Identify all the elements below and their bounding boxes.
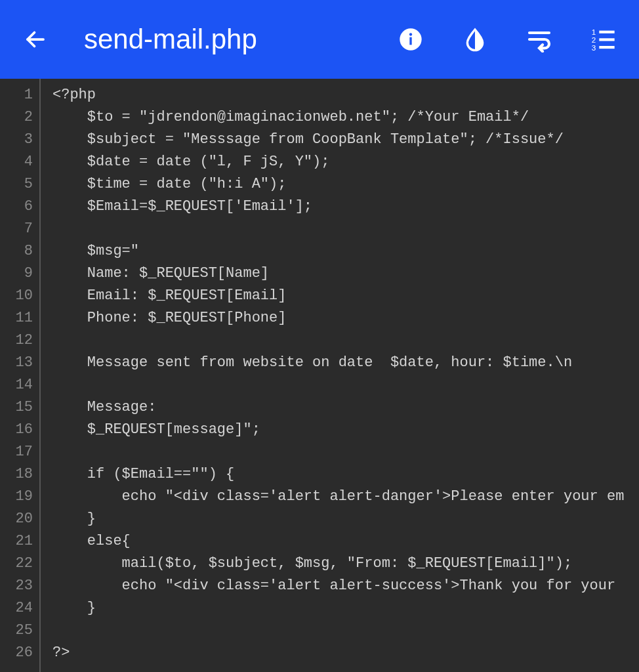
line-number: 6	[0, 196, 33, 218]
code-line[interactable]: $_REQUEST[message]";	[52, 419, 639, 441]
contrast-button[interactable]	[459, 24, 491, 55]
code-line[interactable]: echo "<div class='alert alert-danger'>Pl…	[52, 486, 639, 508]
line-number: 5	[0, 173, 33, 196]
numbered-list-icon: 1 2 3	[590, 26, 617, 52]
code-editor[interactable]: 1234567891011121314151617181920212223242…	[0, 79, 639, 672]
code-content[interactable]: <?php $to = "jdrendon@imaginacionweb.net…	[41, 79, 639, 672]
line-number: 10	[0, 285, 33, 307]
code-line[interactable]: $subject = "Messsage from CoopBank Templ…	[52, 129, 639, 151]
line-number: 15	[0, 396, 33, 419]
svg-point-3	[409, 33, 412, 35]
code-line[interactable]: ?>	[52, 642, 639, 664]
line-number: 13	[0, 352, 33, 374]
line-number: 8	[0, 240, 33, 262]
code-line[interactable]	[52, 218, 639, 240]
code-line[interactable]	[52, 329, 639, 352]
line-number: 26	[0, 642, 33, 664]
info-icon	[398, 26, 424, 52]
line-number: 1	[0, 84, 33, 106]
line-number: 14	[0, 374, 33, 396]
line-gutter: 1234567891011121314151617181920212223242…	[0, 79, 41, 672]
back-button[interactable]	[20, 24, 51, 55]
line-number: 23	[0, 575, 33, 597]
line-numbers-button[interactable]: 1 2 3	[588, 24, 619, 55]
line-number: 24	[0, 597, 33, 620]
line-number: 19	[0, 486, 33, 508]
svg-rect-9	[599, 38, 614, 41]
code-line[interactable]: if ($Email=="") {	[52, 463, 639, 486]
line-number: 11	[0, 307, 33, 329]
back-arrow-icon	[24, 28, 47, 51]
code-line[interactable]	[52, 374, 639, 396]
line-number: 7	[0, 218, 33, 240]
code-line[interactable]: else{	[52, 530, 639, 553]
info-button[interactable]	[395, 24, 426, 55]
svg-rect-2	[409, 37, 411, 45]
line-number: 3	[0, 129, 33, 151]
code-line[interactable]: }	[52, 508, 639, 530]
code-line[interactable]	[52, 441, 639, 463]
code-line[interactable]: $msg="	[52, 240, 639, 262]
code-line[interactable]: echo "<div class='alert alert-success'>T…	[52, 575, 639, 597]
wrap-button[interactable]	[524, 24, 555, 55]
line-number: 4	[0, 151, 33, 173]
code-line[interactable]: $Email=$_REQUEST['Email'];	[52, 196, 639, 218]
svg-rect-10	[599, 46, 614, 49]
line-number: 9	[0, 262, 33, 285]
contrast-icon	[462, 26, 488, 52]
code-line[interactable]: $to = "jdrendon@imaginacionweb.net"; /*Y…	[52, 106, 639, 129]
code-line[interactable]: Name: $_REQUEST[Name]	[52, 262, 639, 285]
code-line[interactable]: Email: $_REQUEST[Email]	[52, 285, 639, 307]
code-line[interactable]: $time = date ("h:i A");	[52, 173, 639, 196]
code-line[interactable]: Phone: $_REQUEST[Phone]	[52, 307, 639, 329]
code-line[interactable]: $date = date ("l, F jS, Y");	[52, 151, 639, 173]
toolbar: 1 2 3	[395, 24, 619, 55]
line-number: 20	[0, 508, 33, 530]
code-line[interactable]: mail($to, $subject, $msg, "From: $_REQUE…	[52, 553, 639, 575]
line-number: 2	[0, 106, 33, 129]
line-number: 21	[0, 530, 33, 553]
code-line[interactable]	[52, 620, 639, 642]
svg-rect-8	[599, 31, 614, 33]
line-number: 25	[0, 620, 33, 642]
svg-text:3: 3	[592, 43, 596, 52]
code-line[interactable]: <?php	[52, 84, 639, 106]
code-line[interactable]: Message:	[52, 396, 639, 419]
line-number: 17	[0, 441, 33, 463]
line-number: 18	[0, 463, 33, 486]
header: send-mail.php 1 2	[0, 0, 639, 79]
code-line[interactable]: }	[52, 597, 639, 620]
line-number: 16	[0, 419, 33, 441]
line-number: 22	[0, 553, 33, 575]
file-title: send-mail.php	[84, 24, 395, 55]
wrap-icon	[526, 26, 552, 52]
line-number: 12	[0, 329, 33, 352]
code-line[interactable]: Message sent from website on date $date,…	[52, 352, 639, 374]
